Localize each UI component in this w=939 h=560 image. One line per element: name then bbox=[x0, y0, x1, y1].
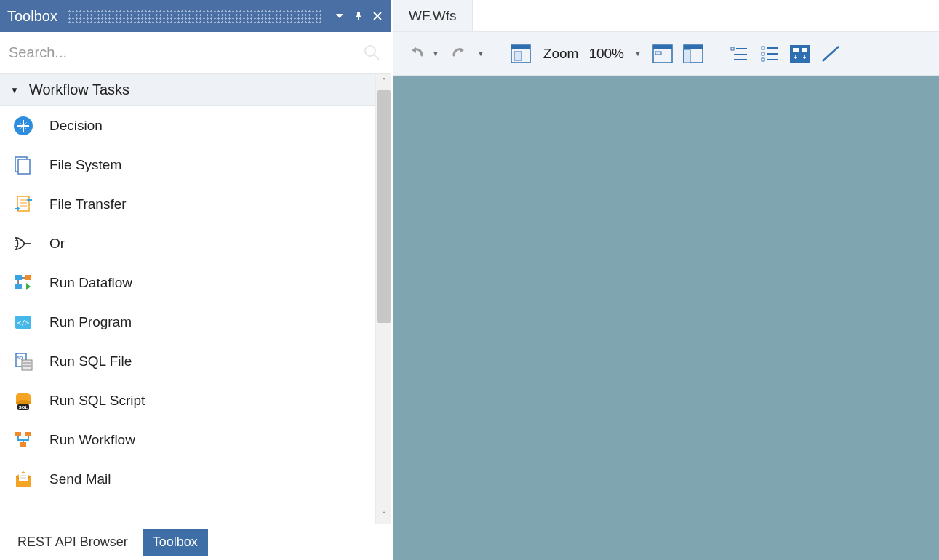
zoom-caret-icon[interactable]: ▼ bbox=[634, 49, 642, 57]
designer-toolbar: ▼ ▼ Zoom 100% ▼ bbox=[393, 32, 939, 76]
or-gate-icon bbox=[13, 233, 33, 254]
close-icon[interactable] bbox=[371, 9, 384, 23]
bottom-tabs: REST API Browser Toolbox bbox=[0, 524, 391, 560]
document-tab[interactable]: WF.Wfs bbox=[393, 0, 473, 31]
task-label: File Transfer bbox=[49, 196, 127, 212]
panel-menu-caret-icon[interactable] bbox=[333, 9, 346, 23]
task-run-program[interactable]: </> Run Program bbox=[0, 303, 375, 342]
svg-rect-39 bbox=[684, 45, 703, 49]
tree-area: ▼ Workflow Tasks Decision File bbox=[0, 74, 391, 524]
svg-rect-40 bbox=[684, 49, 690, 63]
svg-rect-51 bbox=[790, 45, 810, 63]
task-decision[interactable]: Decision bbox=[0, 106, 375, 145]
workflow-icon bbox=[13, 430, 33, 450]
zoom-value: 100% bbox=[588, 46, 624, 62]
collapse-caret-icon: ▼ bbox=[10, 85, 19, 95]
list-view-button-2[interactable] bbox=[757, 41, 782, 66]
task-file-transfer[interactable]: File Transfer bbox=[0, 185, 375, 224]
toolbox-title: Toolbox bbox=[7, 8, 57, 25]
svg-rect-28 bbox=[20, 442, 26, 447]
decision-icon bbox=[13, 116, 33, 136]
svg-rect-49 bbox=[762, 58, 764, 61]
svg-line-1 bbox=[374, 55, 379, 60]
layout-button-2[interactable] bbox=[681, 41, 706, 66]
svg-rect-41 bbox=[731, 47, 734, 50]
toolbar-divider bbox=[716, 41, 716, 67]
svg-rect-4 bbox=[18, 159, 30, 174]
svg-text:SQL: SQL bbox=[17, 356, 25, 360]
svg-rect-52 bbox=[793, 48, 799, 52]
svg-rect-26 bbox=[15, 432, 21, 436]
program-icon: </> bbox=[13, 312, 33, 332]
svg-rect-13 bbox=[25, 275, 31, 280]
toolbar-divider bbox=[498, 41, 498, 67]
task-or[interactable]: Or bbox=[0, 224, 375, 263]
task-label: Run SQL Script bbox=[49, 393, 145, 409]
layout-button-1[interactable] bbox=[650, 41, 675, 66]
task-label: File System bbox=[49, 157, 121, 173]
task-send-mail[interactable]: Send Mail bbox=[0, 460, 375, 499]
svg-rect-36 bbox=[653, 45, 672, 49]
task-label: Run Dataflow bbox=[49, 275, 132, 291]
task-run-dataflow[interactable]: Run Dataflow bbox=[0, 263, 375, 303]
task-run-sql-script[interactable]: SQL Run SQL Script bbox=[0, 381, 375, 420]
filesystem-icon bbox=[13, 155, 33, 175]
redo-button[interactable] bbox=[448, 41, 473, 66]
connector-button[interactable] bbox=[818, 41, 843, 66]
pin-icon[interactable] bbox=[352, 9, 365, 23]
task-label: Run Workflow bbox=[49, 432, 135, 448]
svg-rect-29 bbox=[19, 473, 28, 481]
svg-rect-12 bbox=[15, 275, 22, 280]
sqlfile-icon: SQL bbox=[13, 351, 33, 372]
svg-rect-19 bbox=[22, 360, 32, 370]
list-view-button-1[interactable] bbox=[727, 41, 751, 66]
scroll-thumb[interactable] bbox=[377, 90, 391, 323]
group-title: Workflow Tasks bbox=[29, 81, 129, 98]
toolbox-panel: Toolbox ▼ Workflow Tasks bbox=[0, 0, 393, 560]
svg-rect-53 bbox=[802, 48, 807, 52]
scrollbar[interactable]: ˄ ˅ bbox=[375, 74, 391, 524]
group-header-workflow-tasks[interactable]: ▼ Workflow Tasks bbox=[0, 74, 375, 106]
search-row bbox=[0, 32, 391, 74]
svg-rect-33 bbox=[511, 45, 530, 49]
search-input[interactable] bbox=[9, 44, 362, 61]
svg-rect-45 bbox=[762, 47, 764, 49]
task-label: Run SQL File bbox=[49, 353, 132, 369]
tab-toolbox[interactable]: Toolbox bbox=[143, 529, 208, 556]
filetransfer-icon bbox=[13, 194, 33, 215]
task-run-sql-file[interactable]: SQL Run SQL File bbox=[0, 342, 375, 381]
sqlscript-icon: SQL bbox=[13, 391, 33, 411]
svg-point-0 bbox=[365, 46, 375, 56]
svg-text:</>: </> bbox=[17, 319, 30, 327]
scroll-up-icon[interactable]: ˄ bbox=[376, 74, 391, 90]
svg-rect-47 bbox=[762, 52, 764, 55]
task-file-system[interactable]: File System bbox=[0, 145, 375, 185]
search-icon[interactable] bbox=[362, 43, 383, 63]
fit-to-window-button[interactable] bbox=[508, 41, 533, 66]
task-run-workflow[interactable]: Run Workflow bbox=[0, 420, 375, 460]
task-label: Decision bbox=[49, 118, 103, 134]
panel-grip[interactable] bbox=[68, 9, 323, 23]
align-button[interactable] bbox=[788, 41, 812, 66]
svg-line-54 bbox=[823, 47, 839, 61]
undo-button[interactable] bbox=[403, 41, 428, 66]
task-label: Or bbox=[49, 236, 65, 252]
dataflow-icon bbox=[13, 273, 33, 293]
task-list: Decision File System File Transfer bbox=[0, 106, 375, 499]
svg-rect-27 bbox=[25, 432, 31, 436]
toolbox-header: Toolbox bbox=[0, 0, 391, 32]
svg-rect-34 bbox=[514, 52, 522, 60]
zoom-label: Zoom bbox=[543, 46, 579, 62]
task-label: Run Program bbox=[49, 314, 132, 330]
scroll-down-icon[interactable]: ˅ bbox=[376, 508, 391, 524]
designer-panel: WF.Wfs ▼ ▼ Zoom 100% ▼ bbox=[393, 0, 939, 560]
redo-caret-icon[interactable]: ▼ bbox=[477, 49, 484, 57]
svg-rect-37 bbox=[655, 52, 661, 55]
svg-rect-14 bbox=[15, 284, 22, 289]
task-label: Send Mail bbox=[49, 471, 111, 487]
svg-text:SQL: SQL bbox=[19, 405, 28, 409]
undo-caret-icon[interactable]: ▼ bbox=[432, 49, 439, 57]
design-canvas[interactable] bbox=[393, 76, 939, 560]
document-tabs: WF.Wfs bbox=[393, 0, 939, 32]
tab-rest-api-browser[interactable]: REST API Browser bbox=[7, 529, 138, 556]
